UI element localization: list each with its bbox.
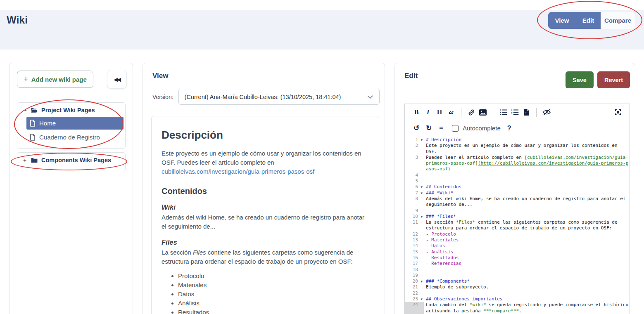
line-number[interactable]: 22 [405,290,424,296]
code-line-content[interactable]: - Resultados [424,255,630,261]
version-select[interactable]: (Current) Ana-María Cubillo-Leivas: (13/… [178,89,380,105]
line-number[interactable]: 15 [405,249,424,255]
code-line-content[interactable]: Además del wiki Home, se ha creado un cu… [424,196,630,208]
fold-arrow-icon[interactable]: ▾ [418,296,423,302]
code-line-9: 9 [405,208,630,214]
code-line-content[interactable]: Ejemplo de subproyecto. [424,284,630,290]
line-number[interactable]: 4 [405,172,424,178]
line-number[interactable]: 5 [405,178,424,184]
line-number[interactable]: 16 [405,255,424,261]
line-number[interactable]: 24 [405,302,424,314]
code-line-content[interactable]: Cada cambio del *wiki* se queda registra… [424,302,630,314]
collapse-toggle-icon[interactable]: − [22,107,27,113]
expand-toggle-icon[interactable]: + [22,157,27,163]
bold-icon[interactable]: B [411,107,421,117]
hr-icon[interactable]: = [436,123,446,133]
code-line-content[interactable]: ## Observaciones importantes [424,296,630,302]
code-line-content[interactable]: - Protocolo [424,231,630,237]
line-number-value: 4 [415,172,418,178]
line-number[interactable]: 3 [405,155,424,172]
line-number[interactable]: 14 [405,243,424,249]
image-icon[interactable] [478,107,488,117]
revert-button[interactable]: Revert [597,71,630,88]
code-line-content[interactable]: ### *Wiki* [424,190,630,196]
code-line-13: 13- Materiales [405,237,630,243]
code-line-4: 4 [405,172,630,178]
code-editor-area[interactable]: 1▾# Descripción2Este proyecto es un ejem… [405,136,630,314]
eye-off-icon[interactable] [542,107,551,117]
code-line-content[interactable]: Puedes leer el artículo completo en [cub… [424,155,630,172]
line-number[interactable]: 12 [405,231,424,237]
line-number[interactable]: 11 [405,220,424,231]
autocomplete-checkbox[interactable] [452,125,459,132]
line-number-value: 24 [413,302,418,308]
code-line-content[interactable]: - Datos [424,243,630,249]
save-button[interactable]: Save [566,71,594,88]
wiki-page-item-cuaderno-de-registro[interactable]: Cuaderno de Registro [26,131,124,144]
code-line-content[interactable]: - Referencias [424,261,630,267]
fold-arrow-icon[interactable]: ▾ [418,137,423,143]
code-line-content[interactable]: ### *Files* [424,214,630,220]
code-line-content[interactable] [424,208,630,214]
code-line-content[interactable] [424,273,630,279]
line-number[interactable]: 2 [405,143,424,155]
italic-icon[interactable]: I [423,107,433,117]
undo-icon[interactable]: ↺ [411,123,421,133]
link-icon[interactable] [466,107,476,117]
code-line-content[interactable]: ## Contenidos [424,184,630,190]
code-line-content[interactable] [424,172,630,178]
help-icon[interactable]: ? [507,125,511,132]
line-number[interactable]: 9 [405,208,424,214]
text-segment: Este proyecto es un ejemplo de cómo usar… [162,150,361,166]
code-line-22: 22 [405,290,630,296]
wiki-paragraph: Además del wiki Home, se ha creado un cu… [162,213,369,231]
fold-arrow-icon[interactable]: ▾ [418,184,423,190]
line-number[interactable]: 19 [405,273,424,279]
wiki-page-item-home[interactable]: Home [26,117,124,130]
line-number[interactable]: 13 [405,237,424,243]
list-ol-icon[interactable]: 12 [510,107,520,117]
tab-edit[interactable]: Edit [576,12,601,29]
code-line-content[interactable]: - Materiales [424,237,630,243]
quote-icon[interactable]: “ [446,107,456,117]
code-line-content[interactable] [424,290,630,296]
line-number[interactable]: 6▾ [405,184,424,190]
line-number[interactable]: 10▾ [405,214,424,220]
code-line-content[interactable]: Este proyecto es un ejemplo de cómo usar… [424,143,630,155]
heading-icon[interactable]: H [435,107,444,117]
code-line-6: 6▾## Contenidos [405,184,630,190]
code-line-18: 18 [405,267,630,273]
line-number[interactable]: 20▾ [405,279,424,284]
fold-arrow-icon[interactable]: ▾ [418,214,423,220]
tab-compare[interactable]: Compare [601,12,635,29]
wiki-link[interactable]: cubilloleivas.com/investigacion/guia-pri… [162,168,314,175]
line-number[interactable]: 1▾ [405,137,424,143]
line-number[interactable]: 8 [405,196,424,208]
code-token-list: - Materiales [426,237,459,243]
line-number[interactable]: 18 [405,267,424,273]
tab-view[interactable]: View [548,12,576,29]
code-line-content[interactable] [424,178,630,184]
fold-arrow-icon[interactable]: ▾ [418,279,423,284]
project-wiki-pages-header[interactable]: − Project Wiki Pages [17,103,125,117]
line-number[interactable]: 7▾ [405,190,424,196]
code-line-content[interactable]: ### *Components* [424,279,630,284]
line-number[interactable]: 23▾ [405,296,424,302]
line-number[interactable]: 17 [405,261,424,267]
file-code-icon[interactable] [521,107,531,117]
code-line-content[interactable]: - Análisis [424,249,630,255]
line-number[interactable]: 21 [405,284,424,290]
code-token-list: - Análisis [426,249,453,255]
toolbar-separator [536,108,537,117]
collapse-sidebar-button[interactable]: ◀◀ [107,70,127,89]
fold-arrow-icon[interactable]: ▾ [418,190,423,196]
code-line-content[interactable]: La sección *Files* contiene las siguient… [424,220,630,231]
add-wiki-page-button[interactable]: + Add new wiki page [17,71,93,88]
components-wiki-pages-header[interactable]: + Components Wiki Pages [17,153,125,167]
code-line-content[interactable]: # Descripción [424,137,630,143]
code-line-20: 20▾### *Components* [405,279,630,284]
list-ul-icon[interactable] [498,107,508,117]
redo-icon[interactable]: ↻ [424,123,434,133]
code-line-content[interactable] [424,267,630,273]
expand-icon[interactable] [613,107,623,117]
